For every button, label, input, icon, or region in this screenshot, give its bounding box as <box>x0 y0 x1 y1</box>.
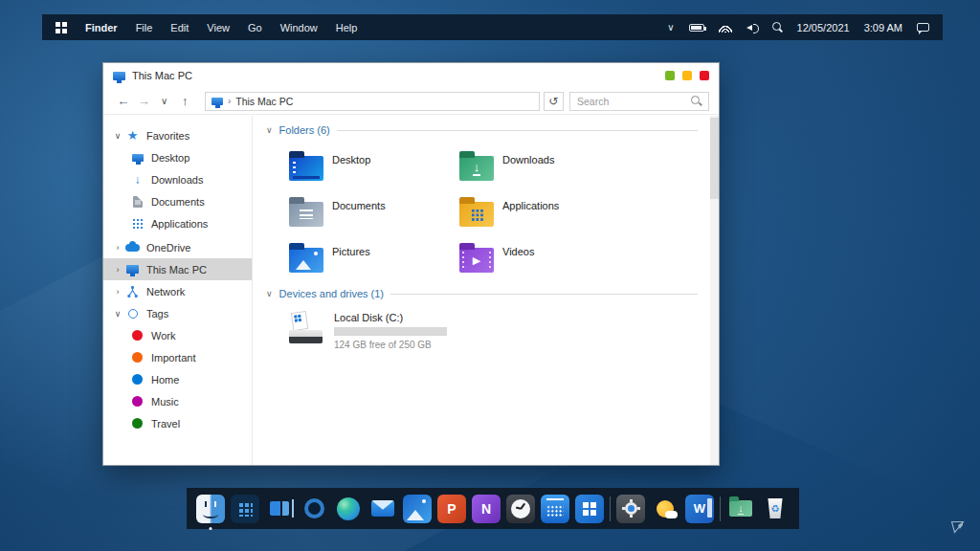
address-bar[interactable]: › This Mac PC <box>205 92 540 111</box>
star-icon: ★ <box>127 129 139 142</box>
up-button[interactable]: ↑ <box>174 95 194 107</box>
tag-dot-icon <box>132 396 143 407</box>
tray-date[interactable]: 12/05/2021 <box>797 22 850 33</box>
chevron-down-icon[interactable]: ∨ <box>111 309 124 319</box>
dock-mail-icon[interactable] <box>368 495 397 523</box>
dock-downloads-icon[interactable]: ↓ <box>726 495 755 523</box>
windows-flag-icon <box>294 315 301 322</box>
folder-tile-pictures[interactable]: Pictures <box>289 241 459 273</box>
sidebar-tag-travel[interactable]: Travel <box>103 412 252 434</box>
dock-powerpoint-icon[interactable]: P <box>437 495 466 523</box>
dock-calendar-icon[interactable] <box>541 495 569 523</box>
menu-bar: Finder File Edit View Go Window Help ∨ 1… <box>42 14 943 40</box>
folders-section-header[interactable]: ∨ Folders (6) <box>266 122 698 138</box>
maximize-button[interactable] <box>682 71 692 80</box>
tag-dot-icon <box>132 374 143 385</box>
recent-locations-chevron-icon[interactable]: ∨ <box>154 97 174 106</box>
dock-start-icon[interactable] <box>575 495 604 523</box>
sidebar-item-favorites[interactable]: ∨ ★ Favorites <box>103 124 252 146</box>
sidebar-item-documents[interactable]: Documents <box>103 190 252 212</box>
search-box[interactable] <box>569 92 709 111</box>
breadcrumb[interactable]: This Mac PC <box>235 96 293 107</box>
search-icon[interactable] <box>772 22 783 33</box>
menu-app-name[interactable]: Finder <box>85 22 118 33</box>
sidebar-tag-music[interactable]: Music <box>103 390 252 412</box>
sidebar-item-tags[interactable]: ∨ Tags <box>103 302 252 324</box>
search-icon <box>691 96 702 106</box>
chevron-right-icon[interactable]: › <box>111 265 124 275</box>
cloud-icon <box>125 244 140 252</box>
sidebar-item-network[interactable]: › Network <box>103 280 252 302</box>
refresh-button[interactable]: ↺ <box>544 92 565 111</box>
dock-ring-app-icon[interactable] <box>300 495 328 523</box>
forward-button[interactable]: → <box>133 95 153 107</box>
dock-word-icon[interactable]: W <box>685 495 714 523</box>
menu-edit[interactable]: Edit <box>170 22 189 33</box>
menu-file[interactable]: File <box>136 22 153 33</box>
chevron-right-icon[interactable]: › <box>111 243 124 253</box>
tray-time[interactable]: 3:09 AM <box>864 22 902 33</box>
minimize-button[interactable] <box>665 71 675 80</box>
back-button[interactable]: ← <box>113 95 133 107</box>
sidebar-tag-work[interactable]: Work <box>103 324 252 346</box>
dock-launchpad-icon[interactable] <box>231 495 259 523</box>
desktop-folder-icon <box>289 156 323 181</box>
folder-tile-downloads[interactable]: ↓ Downloads <box>459 149 630 181</box>
app-grid-icon <box>132 218 143 229</box>
sidebar-item-downloads[interactable]: ↓ Downloads <box>103 168 252 190</box>
sidebar-tag-home[interactable]: Home <box>103 368 252 390</box>
notifications-icon[interactable] <box>917 23 929 32</box>
explorer-window: This Mac PC ← → ∨ ↑ › This Mac PC ↺ <box>102 62 720 466</box>
volume-icon[interactable] <box>746 23 758 33</box>
videos-folder-icon: ▶ <box>459 248 494 273</box>
pictures-folder-icon <box>289 248 323 273</box>
drive-free-space: 124 GB free of 250 GB <box>334 340 447 350</box>
dock-onenote-icon[interactable]: N <box>472 495 501 523</box>
chevron-right-icon[interactable]: › <box>111 287 124 297</box>
tray-expand-chevron-icon[interactable]: ∨ <box>667 22 674 33</box>
devices-section-header[interactable]: ∨ Devices and drives (1) <box>266 286 698 301</box>
monitor-icon <box>212 98 223 105</box>
windows-logo-icon[interactable] <box>56 22 67 33</box>
menu-view[interactable]: View <box>207 22 230 33</box>
folder-tile-applications[interactable]: Applications <box>459 195 630 227</box>
dock-separator <box>610 496 611 521</box>
dock-edge-icon[interactable] <box>334 495 363 523</box>
dock-recycle-bin-icon[interactable]: ♻ <box>761 495 790 523</box>
battery-icon[interactable] <box>689 24 704 32</box>
dock-settings-icon[interactable] <box>616 495 645 523</box>
sidebar-item-desktop[interactable]: Desktop <box>103 146 252 168</box>
chevron-down-icon[interactable]: ∨ <box>266 289 273 298</box>
dock-finder-icon[interactable] <box>196 495 225 523</box>
menu-help[interactable]: Help <box>336 22 358 33</box>
wifi-icon[interactable] <box>719 23 732 33</box>
chevron-down-icon[interactable]: ∨ <box>111 131 124 141</box>
menu-go[interactable]: Go <box>248 22 262 33</box>
sidebar-item-onedrive[interactable]: › OneDrive <box>103 236 252 258</box>
sidebar-item-applications[interactable]: Applications <box>103 212 252 234</box>
sidebar-item-this-mac-pc[interactable]: › This Mac PC <box>103 258 252 280</box>
dock-weather-icon[interactable] <box>651 495 679 523</box>
breadcrumb-chevron-icon: › <box>228 96 231 106</box>
folders-grid: Desktop ↓ Downloads Documents Applicatio… <box>289 149 719 273</box>
menu-window[interactable]: Window <box>280 22 318 33</box>
close-button[interactable] <box>700 71 709 80</box>
documents-folder-icon <box>289 202 323 227</box>
dock-separator <box>720 496 721 521</box>
chevron-down-icon[interactable]: ∨ <box>266 125 273 135</box>
window-titlebar[interactable]: This Mac PC <box>103 63 719 88</box>
drive-tile-local-disk[interactable]: Local Disk (C:) 124 GB free of 250 GB <box>289 312 719 350</box>
folder-tile-documents[interactable]: Documents <box>289 195 459 227</box>
file-list-area: ∨ Folders (6) Desktop ↓ Downloads <box>253 116 719 465</box>
folder-tile-videos[interactable]: ▶ Videos <box>459 241 630 273</box>
dock-task-view-icon[interactable] <box>265 495 294 523</box>
dock-clock-icon[interactable] <box>506 495 535 523</box>
scrollbar-track[interactable] <box>710 116 719 465</box>
tag-dot-icon <box>132 330 143 341</box>
folder-tile-desktop[interactable]: Desktop <box>289 149 459 181</box>
search-input[interactable] <box>577 96 691 107</box>
sidebar-tag-important[interactable]: Important <box>103 346 252 368</box>
dock-photos-icon[interactable] <box>403 495 432 523</box>
desktop-wallpaper: Finder File Edit View Go Window Help ∨ 1… <box>0 0 980 551</box>
scrollbar-thumb[interactable] <box>710 118 719 199</box>
